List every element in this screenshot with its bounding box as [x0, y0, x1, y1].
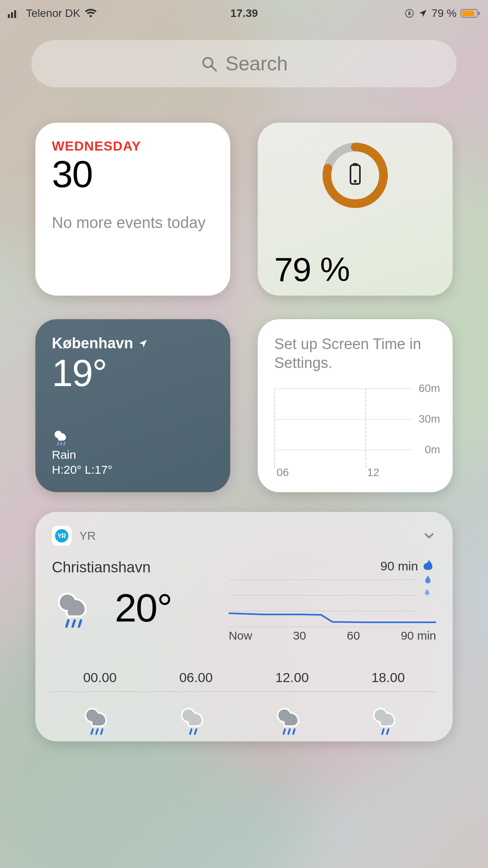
- rain-cloud-icon: [80, 702, 119, 737]
- yr-app-icon: YR: [52, 526, 72, 546]
- calendar-date: 30: [52, 155, 214, 193]
- svg-line-25: [96, 729, 98, 734]
- yr-title: YR: [79, 529, 96, 542]
- yr-xlabel: 90 min: [401, 629, 436, 642]
- yr-range: 90 min: [380, 559, 418, 574]
- yr-xlabel: Now: [229, 629, 252, 642]
- battery-widget[interactable]: 79 %: [258, 123, 453, 296]
- svg-rect-0: [8, 14, 10, 18]
- svg-line-32: [382, 729, 383, 734]
- st-tick-y: 60m: [419, 382, 440, 395]
- svg-rect-15: [353, 163, 358, 165]
- carrier-label: Telenor DK: [26, 7, 81, 20]
- battery-icon: [460, 9, 480, 18]
- chevron-down-icon[interactable]: [422, 529, 436, 543]
- battery-percent: 79 %: [431, 7, 457, 20]
- moon-icon: [391, 9, 401, 18]
- screen-time-message: Set up Screen Time in Settings.: [274, 335, 436, 372]
- yr-location: Christianshavn: [52, 559, 229, 576]
- wifi-icon: [84, 9, 97, 18]
- yr-temp: 20°: [115, 585, 172, 631]
- rain-cloud-icon: [176, 702, 216, 737]
- yr-xlabel: 60: [347, 629, 360, 642]
- svg-line-10: [212, 66, 216, 71]
- svg-line-21: [66, 620, 68, 627]
- svg-rect-3: [17, 9, 19, 18]
- svg-line-18: [64, 443, 64, 445]
- screen-time-chart: 60m 30m 0m 06 12: [274, 388, 440, 479]
- location-arrow-icon: [138, 338, 148, 349]
- search-field[interactable]: Search: [31, 40, 457, 87]
- svg-rect-5: [408, 13, 411, 15]
- yr-xlabel: 30: [293, 629, 306, 642]
- status-bar: Telenor DK 17.39 79 %: [0, 0, 488, 22]
- svg-text:YR: YR: [57, 533, 66, 539]
- st-tick-y: 0m: [425, 443, 440, 456]
- battery-ring-icon: [320, 140, 391, 211]
- screen-time-widget[interactable]: Set up Screen Time in Settings. 60m 30m …: [258, 319, 453, 492]
- svg-point-14: [354, 180, 357, 183]
- orientation-lock-icon: [405, 9, 414, 18]
- svg-line-27: [190, 729, 191, 734]
- svg-line-30: [288, 729, 290, 734]
- rain-cloud-icon: [369, 702, 408, 737]
- yr-widget[interactable]: YR YR Christianshavn: [35, 512, 453, 741]
- calendar-note: No more events today: [52, 213, 214, 232]
- svg-rect-7: [478, 12, 480, 15]
- svg-line-29: [284, 729, 285, 734]
- search-placeholder: Search: [226, 52, 288, 75]
- yr-precip-chart: Now 30 60 90 min: [229, 579, 436, 627]
- svg-line-28: [195, 729, 196, 734]
- rain-icon: [52, 428, 112, 447]
- calendar-day-name: WEDNESDAY: [52, 138, 214, 154]
- svg-line-26: [101, 729, 103, 734]
- st-tick-y: 30m: [419, 413, 440, 425]
- battery-percent-large: 79 %: [274, 250, 436, 289]
- clock: 17.39: [230, 7, 258, 20]
- yr-hour: 18.00: [371, 670, 405, 685]
- yr-hour: 12.00: [275, 670, 309, 685]
- search-icon: [200, 55, 218, 72]
- st-tick-x: 12: [367, 466, 379, 479]
- weather-widget[interactable]: København 19° Rain H:20° L:17°: [35, 319, 230, 492]
- svg-line-22: [73, 620, 75, 627]
- svg-rect-1: [11, 12, 13, 18]
- st-tick-x: 06: [277, 466, 289, 479]
- signal-icon: [8, 9, 22, 18]
- svg-line-31: [293, 729, 295, 734]
- svg-rect-8: [462, 11, 474, 16]
- svg-point-9: [203, 58, 213, 67]
- svg-line-16: [58, 443, 59, 445]
- weather-temp: 19°: [52, 354, 214, 392]
- svg-line-33: [387, 729, 389, 734]
- yr-hour: 06.00: [179, 670, 213, 685]
- location-icon: [418, 9, 427, 18]
- rain-cloud-icon: [272, 702, 312, 737]
- weather-hilo: H:20° L:17°: [52, 463, 112, 476]
- weather-condition: Rain: [52, 448, 112, 462]
- svg-line-24: [92, 729, 93, 734]
- rain-cloud-icon: [52, 587, 103, 630]
- svg-rect-2: [14, 10, 16, 18]
- yr-hour: 00.00: [83, 670, 117, 685]
- svg-line-17: [61, 443, 62, 445]
- weather-city: København: [52, 335, 133, 352]
- calendar-widget[interactable]: WEDNESDAY 30 No more events today: [35, 123, 230, 296]
- svg-line-23: [79, 620, 81, 627]
